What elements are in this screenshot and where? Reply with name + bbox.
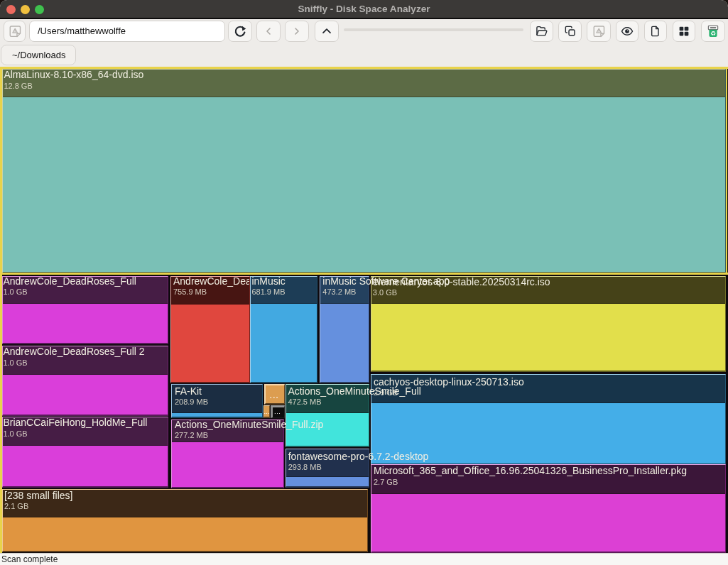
svg-text:♻: ♻ (710, 30, 716, 37)
